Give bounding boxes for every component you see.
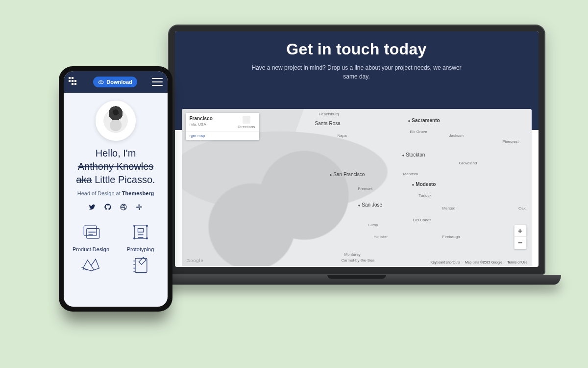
map-city-groveland: Groveland: [459, 161, 477, 165]
map-city-healdsburg: Healdsburg: [319, 112, 339, 116]
download-button[interactable]: Download: [93, 77, 137, 87]
greeting-nickname: Little Picasso.: [92, 174, 155, 185]
download-label: Download: [106, 79, 132, 85]
origami-bird-icon: [80, 254, 102, 277]
skill-origami: [69, 254, 113, 280]
map-keyboard-link[interactable]: Keyboard shortcuts: [431, 261, 460, 264]
map-larger-link[interactable]: rger map: [190, 133, 255, 138]
map-city-carmel: Carmel-by-the-Sea: [342, 258, 375, 263]
phone-mockup: Download Hello, I'm Anthony Knowles aka …: [59, 66, 172, 312]
svg-rect-2: [136, 207, 139, 208]
map-city-merced: Merced: [442, 206, 456, 210]
map-city-manteca: Manteca: [403, 172, 418, 176]
product-design-icon: [80, 221, 102, 243]
greeting-name-struck: Anthony Knowles: [78, 161, 154, 172]
menu-toggle-icon[interactable]: [152, 78, 163, 86]
map-attribution: Keyboard shortcuts Map data ©2022 Google…: [431, 261, 528, 264]
map-city-los-banos: Los Banos: [413, 218, 432, 222]
github-icon[interactable]: [104, 203, 112, 211]
map-city-elk-grove: Elk Grove: [410, 130, 427, 134]
laptop-lid: Get in touch today Have a new project in…: [168, 25, 545, 275]
map-provider-logo: Google: [187, 258, 204, 263]
profile-section: Hello, I'm Anthony Knowles aka Little Pi…: [64, 93, 168, 218]
brand-logo-icon[interactable]: [69, 77, 78, 87]
map-city-firebaugh: Firebaugh: [442, 235, 460, 239]
map-city-pinecrest: Pinecrest: [502, 139, 518, 144]
greeting-aka-struck: aka: [76, 174, 92, 185]
slack-icon[interactable]: [135, 203, 143, 211]
directions-label: Directions: [238, 125, 255, 129]
notebook-icon: [129, 254, 152, 277]
social-links: [71, 203, 161, 211]
hero-subtitle: Have a new project in mind? Drop us a li…: [251, 63, 462, 81]
greeting-line1: Hello, I'm: [96, 148, 136, 158]
map-city-stockton: Stockton: [402, 152, 425, 158]
map-city-san-jose: San Jose: [358, 202, 383, 208]
map-city-monterey: Monterey: [344, 252, 361, 257]
map-data-attr: Map data ©2022 Google: [465, 261, 502, 264]
role-prefix: Head of Design at: [77, 190, 122, 196]
twitter-icon[interactable]: [88, 203, 96, 211]
skill-label: Prototyping: [118, 246, 163, 252]
svg-rect-4: [140, 207, 142, 208]
role-subtitle: Head of Design at Themesberg: [71, 190, 161, 196]
phone-screen: Download Hello, I'm Anthony Knowles aka …: [64, 71, 168, 307]
map-city-hollister: Hollister: [374, 235, 388, 239]
skill-product-design: Product Design: [69, 221, 113, 252]
map-directions-link[interactable]: Directions: [238, 116, 255, 129]
map-city-gilroy: Gilroy: [368, 223, 378, 227]
map-city-oak: Oakl: [518, 206, 526, 210]
map-city-turlock: Turlock: [419, 193, 432, 198]
svg-rect-5: [84, 226, 97, 236]
hero-greeting: Hello, I'm Anthony Knowles aka Little Pi…: [71, 147, 161, 186]
svg-rect-8: [138, 229, 143, 232]
map-city-modesto: Modesto: [412, 182, 436, 187]
map-zoom-controls: + −: [514, 225, 527, 249]
map-city-san-francisco: San Francisco: [330, 172, 365, 177]
laptop-screen: Get in touch today Have a new project in…: [175, 31, 539, 267]
company-link[interactable]: Themesberg: [122, 190, 154, 196]
laptop-base: [152, 275, 561, 285]
skill-prototyping: Prototyping: [118, 221, 163, 252]
dribbble-icon[interactable]: [120, 203, 127, 211]
map-city-jackson: Jackson: [449, 133, 464, 138]
map-location-card[interactable]: Francisco rnia, USA Directions rger map: [186, 113, 259, 140]
svg-rect-13: [135, 258, 147, 272]
map-card-title: Francisco: [190, 116, 213, 121]
svg-rect-1: [139, 204, 140, 207]
skill-label: Product Design: [69, 246, 113, 252]
map-card-subtitle: rnia, USA: [190, 122, 206, 127]
map-city-napa: Napa: [338, 133, 347, 138]
mobile-navbar: Download: [64, 71, 168, 93]
svg-rect-6: [86, 229, 99, 238]
map-city-sacramento: Sacramento: [408, 118, 440, 123]
map-zoom-out[interactable]: −: [514, 237, 526, 249]
avatar: [96, 101, 136, 141]
map-zoom-in[interactable]: +: [514, 225, 526, 237]
map-city-santa-rosa: Santa Rosa: [315, 121, 341, 126]
laptop-mockup: Get in touch today Have a new project in…: [152, 25, 561, 299]
map-container[interactable]: Healdsburg Santa Rosa Napa Sacramento El…: [182, 109, 532, 266]
svg-rect-3: [139, 208, 140, 210]
map-terms-link[interactable]: Terms of Use: [507, 261, 527, 264]
cloud-download-icon: [98, 79, 104, 85]
skill-notebook: [118, 254, 163, 280]
prototyping-icon: [129, 221, 152, 243]
hero-title: Get in touch today: [185, 40, 529, 58]
directions-icon: [243, 116, 250, 124]
skills-grid: Product Design Prototyping: [64, 218, 168, 280]
map-city-fremont: Fremont: [358, 186, 373, 191]
